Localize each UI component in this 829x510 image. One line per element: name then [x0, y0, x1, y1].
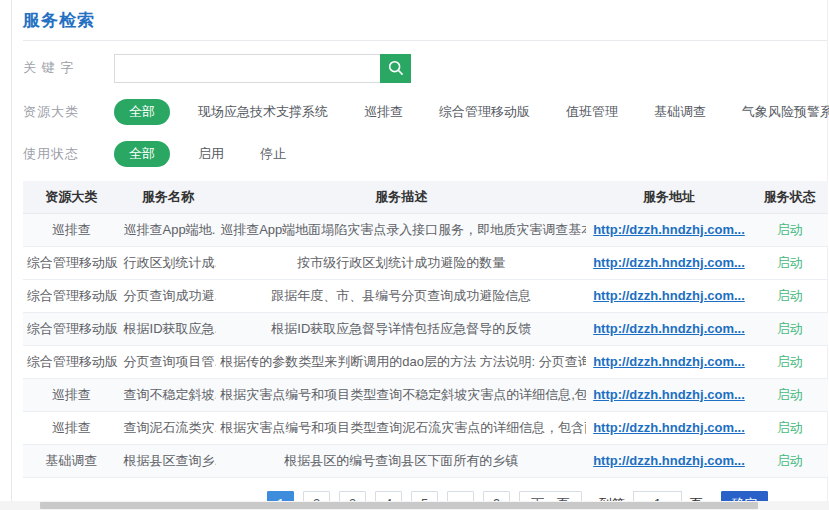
cell-description: 根据传的参数类型来判断调用的dao层的方法 方法说明: 分页查询 调... — [216, 345, 586, 378]
status-badge: 启动 — [777, 222, 803, 237]
cell-category: 基础调查 — [23, 444, 120, 477]
col-header-url: 服务地址 — [586, 181, 751, 213]
table-row: 综合管理移动版 根据ID获取应急... 根据ID获取应急督导详情包括应急督导的反… — [23, 312, 828, 345]
filter-option-mobile-mgmt[interactable]: 综合管理移动版 — [439, 103, 530, 121]
status-option-stopped[interactable]: 停止 — [260, 145, 286, 163]
status-badge: 启动 — [777, 387, 803, 402]
table-row: 综合管理移动版 分页查询项目管... 根据传的参数类型来判断调用的dao层的方法… — [23, 345, 828, 378]
service-url-link[interactable]: http://dzzh.hndzhj.com... — [593, 387, 745, 402]
table-row: 巡排查 巡排查App端地... 巡排查App端地面塌陷灾害点录入接口服务，即地质… — [23, 213, 828, 246]
category-filter-options: 全部 现场应急技术支撑系统 巡排查 综合管理移动版 值班管理 基础调查 气象风险… — [114, 99, 829, 125]
col-header-name: 服务名称 — [120, 181, 217, 213]
cell-category: 综合管理移动版 — [23, 312, 120, 345]
service-search-panel: 服务检索 关 键 字 资源大类 全部 现场应急技术支撑系统 巡排查 综合管理移动… — [11, 0, 828, 501]
filter-option-field-emergency[interactable]: 现场应急技术支撑系统 — [198, 103, 328, 121]
status-badge: 启动 — [777, 255, 803, 270]
status-option-enabled[interactable]: 启用 — [198, 145, 224, 163]
table-row: 巡排查 查询不稳定斜坡... 根据灾害点编号和项目类型查询不稳定斜坡灾害点的详细… — [23, 378, 828, 411]
service-url-link[interactable]: http://dzzh.hndzhj.com... — [593, 222, 745, 237]
cell-description: 根据灾害点编号和项目类型查询泥石流灾害点的详细信息，包含两卡... — [216, 411, 586, 444]
category-filter-label: 资源大类 — [23, 103, 103, 121]
col-header-description: 服务描述 — [216, 181, 586, 213]
status-badge: 启动 — [777, 288, 803, 303]
table-row: 巡排查 查询泥石流类灾... 根据灾害点编号和项目类型查询泥石流灾害点的详细信息… — [23, 411, 828, 444]
filter-option-duty-mgmt[interactable]: 值班管理 — [566, 103, 618, 121]
cell-name: 根据ID获取应急... — [120, 312, 217, 345]
cell-category: 综合管理移动版 — [23, 246, 120, 279]
services-table: 资源大类 服务名称 服务描述 服务地址 服务状态 巡排查 巡排查App端地...… — [23, 181, 828, 478]
cell-name: 行政区划统计成... — [120, 246, 217, 279]
cell-description: 根据灾害点编号和项目类型查询不稳定斜坡灾害点的详细信息,包括详... — [216, 378, 586, 411]
filter-option-basic-survey[interactable]: 基础调查 — [654, 103, 706, 121]
service-url-link[interactable]: http://dzzh.hndzhj.com... — [593, 321, 745, 336]
status-badge: 启动 — [777, 354, 803, 369]
filter-option-weather-warning[interactable]: 气象风险预警系统 — [742, 103, 829, 121]
service-url-link[interactable]: http://dzzh.hndzhj.com... — [593, 420, 745, 435]
service-url-link[interactable]: http://dzzh.hndzhj.com... — [593, 453, 745, 468]
service-url-link[interactable]: http://dzzh.hndzhj.com... — [593, 288, 745, 303]
table-row: 综合管理移动版 行政区划统计成... 按市级行政区划统计成功避险的数量 http… — [23, 246, 828, 279]
keyword-input[interactable] — [114, 54, 380, 83]
keyword-search-row: 关 键 字 — [23, 53, 827, 83]
status-filter-options: 全部 启用 停止 — [114, 141, 322, 167]
table-row: 基础调查 根据县区查询乡... 根据县区的编号查询县区下面所有的乡镇 http:… — [23, 444, 828, 477]
cell-category: 巡排查 — [23, 378, 120, 411]
filter-option-patrol[interactable]: 巡排查 — [364, 103, 403, 121]
filter-option-all[interactable]: 全部 — [114, 99, 170, 125]
cell-name: 分页查询项目管... — [120, 345, 217, 378]
status-badge: 启动 — [777, 453, 803, 468]
col-header-status: 服务状态 — [752, 181, 829, 213]
cell-category: 巡排查 — [23, 213, 120, 246]
cell-description: 根据县区的编号查询县区下面所有的乡镇 — [216, 444, 586, 477]
cell-description: 巡排查App端地面塌陷灾害点录入接口服务，即地质灾害调查基本信... — [216, 213, 586, 246]
filter-row-category: 资源大类 全部 现场应急技术支撑系统 巡排查 综合管理移动版 值班管理 基础调查… — [23, 99, 827, 125]
status-badge: 启动 — [777, 321, 803, 336]
cell-name: 查询不稳定斜坡... — [120, 378, 217, 411]
filter-row-status: 使用状态 全部 启用 停止 — [23, 141, 827, 167]
cell-category: 综合管理移动版 — [23, 345, 120, 378]
cell-name: 巡排查App端地... — [120, 213, 217, 246]
cell-name: 查询泥石流类灾... — [120, 411, 217, 444]
status-badge: 启动 — [777, 420, 803, 435]
page-title: 服务检索 — [23, 9, 95, 32]
status-filter-label: 使用状态 — [23, 145, 103, 163]
service-url-link[interactable]: http://dzzh.hndzhj.com... — [593, 255, 745, 270]
cell-description: 按市级行政区划统计成功避险的数量 — [216, 246, 586, 279]
horizontal-scrollbar-track — [0, 501, 829, 510]
status-option-all[interactable]: 全部 — [114, 141, 170, 167]
search-button[interactable] — [380, 54, 411, 83]
cell-name: 根据县区查询乡... — [120, 444, 217, 477]
cell-name: 分页查询成功避... — [120, 279, 217, 312]
keyword-label: 关 键 字 — [23, 59, 103, 77]
search-icon — [387, 59, 405, 77]
table-header-row: 资源大类 服务名称 服务描述 服务地址 服务状态 — [23, 181, 828, 213]
horizontal-scrollbar-thumb[interactable] — [40, 502, 758, 509]
cell-description: 根据ID获取应急督导详情包括应急督导的反馈 — [216, 312, 586, 345]
table-row: 综合管理移动版 分页查询成功避... 跟据年度、市、县编号分页查询成功避险信息 … — [23, 279, 828, 312]
col-header-category: 资源大类 — [23, 181, 120, 213]
cell-category: 综合管理移动版 — [23, 279, 120, 312]
cell-category: 巡排查 — [23, 411, 120, 444]
cell-description: 跟据年度、市、县编号分页查询成功避险信息 — [216, 279, 586, 312]
panel-header: 服务检索 — [23, 0, 827, 41]
service-url-link[interactable]: http://dzzh.hndzhj.com... — [593, 354, 745, 369]
